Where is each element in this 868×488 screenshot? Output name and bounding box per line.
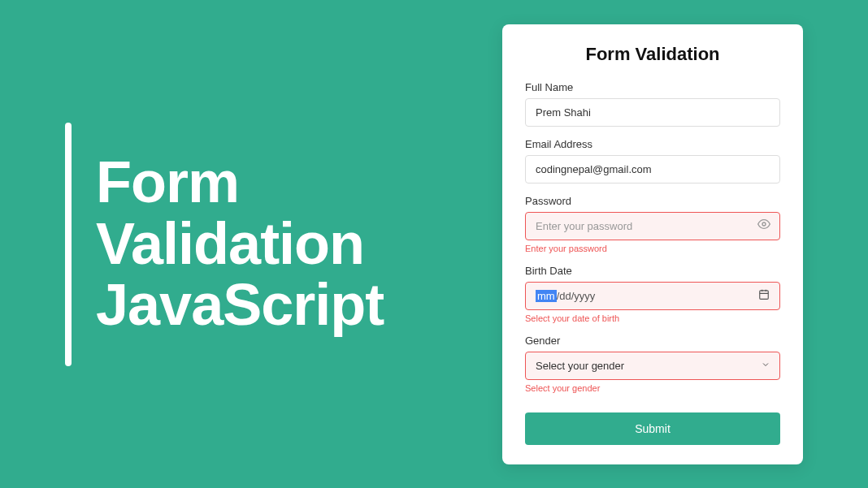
password-label: Password <box>525 195 780 207</box>
email-group: Email Address <box>525 138 780 184</box>
svg-point-0 <box>762 222 766 226</box>
birthdate-error: Select your date of birth <box>525 313 780 323</box>
birthdate-group: Birth Date mm/dd/yyyy Select your date o… <box>525 265 780 323</box>
birthdate-label: Birth Date <box>525 265 780 277</box>
email-input[interactable] <box>525 155 780 184</box>
gender-error: Select your gender <box>525 383 780 393</box>
gender-group: Gender Select your gender Select your ge… <box>525 335 780 393</box>
vertical-bar <box>65 123 72 366</box>
date-mm-segment: mm <box>536 290 557 302</box>
hero-line-1: Form <box>96 152 384 214</box>
birthdate-input[interactable]: mm/dd/yyyy <box>525 282 780 310</box>
gender-label: Gender <box>525 335 780 347</box>
svg-rect-1 <box>760 291 769 300</box>
email-label: Email Address <box>525 138 780 150</box>
eye-icon[interactable] <box>757 218 770 234</box>
gender-select[interactable]: Select your gender <box>525 352 780 380</box>
password-group: Password Enter your password <box>525 195 780 253</box>
fullname-label: Full Name <box>525 81 780 93</box>
calendar-icon[interactable] <box>758 289 770 303</box>
hero-text: Form Validation JavaScript <box>96 152 384 336</box>
hero-line-3: JavaScript <box>96 274 384 336</box>
date-rest-segment: /dd/yyyy <box>557 290 596 302</box>
hero-section: Form Validation JavaScript <box>65 123 502 366</box>
form-card: Form Validation Full Name Email Address … <box>502 24 803 464</box>
password-input[interactable] <box>525 212 780 240</box>
form-title: Form Validation <box>525 44 780 65</box>
submit-button[interactable]: Submit <box>525 412 780 445</box>
hero-line-2: Validation <box>96 214 384 275</box>
password-error: Enter your password <box>525 244 780 253</box>
fullname-input[interactable] <box>525 98 780 127</box>
fullname-group: Full Name <box>525 81 780 127</box>
